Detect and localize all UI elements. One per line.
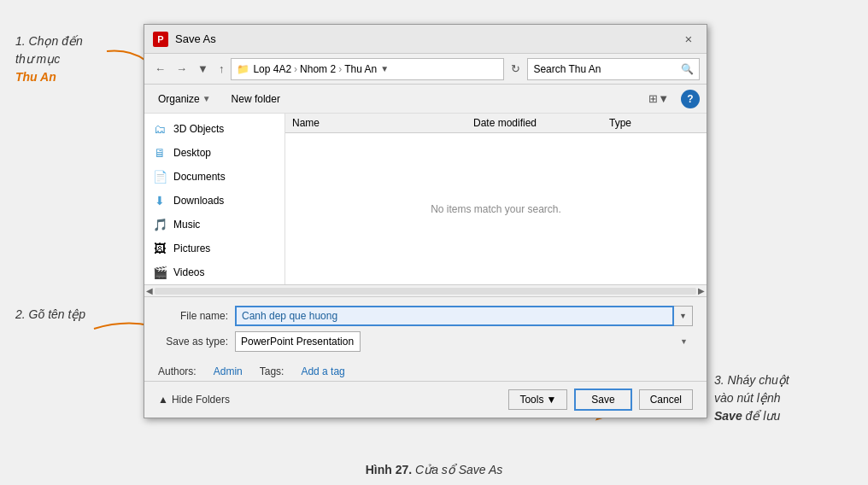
dialog-title: Save As [175, 32, 679, 45]
save-type-select[interactable]: PowerPoint Presentation [235, 331, 361, 352]
cancel-button[interactable]: Cancel [639, 389, 693, 410]
annotation-2: 2. Gõ tên tệp [15, 306, 85, 324]
annotation-1-highlight: Thu An [15, 70, 56, 84]
col-name-header: Name [292, 117, 473, 129]
authors-value[interactable]: Admin [214, 365, 243, 377]
annotation-1-line2: thư mục [15, 52, 60, 66]
sidebar-item-desktop[interactable]: 🖥 Desktop [144, 141, 284, 165]
save-button[interactable]: Save [574, 389, 631, 411]
annotation-1: 1. Chọn đến thư mục Thu An [15, 32, 83, 86]
save-type-label: Save as type: [158, 336, 235, 348]
meta-row: Authors: Admin Tags: Add a tag [144, 362, 707, 381]
videos-icon: 🎬 [151, 264, 168, 281]
forward-button[interactable]: → [173, 61, 191, 77]
empty-message: No items match your search. [431, 203, 561, 215]
view-button[interactable]: ⊞▼ [643, 90, 674, 108]
breadcrumb-part3: Thu An [344, 63, 377, 75]
organize-button[interactable]: Organize ▼ [151, 91, 218, 108]
breadcrumb-dropdown[interactable]: ▼ [380, 64, 389, 73]
file-name-input[interactable] [235, 306, 674, 326]
sidebar-item-pictures[interactable]: 🖼 Pictures [144, 237, 284, 260]
search-box[interactable]: 🔍 [527, 58, 700, 80]
tags-value[interactable]: Add a tag [301, 365, 344, 377]
h-scrollbar[interactable]: ◀ ▶ [144, 284, 707, 296]
tags-label: Tags: [260, 365, 284, 377]
form-area: File name: ▼ Save as type: PowerPoint Pr… [144, 296, 707, 362]
sidebar-item-label: Downloads [173, 195, 224, 207]
bottom-bar: ▲ Hide Folders Tools ▼ Save Cancel [144, 381, 707, 418]
hide-folders-label: Hide Folders [172, 394, 230, 406]
sidebar-item-label: Pictures [173, 242, 210, 254]
annotation-3-line3: để lưu [746, 409, 781, 423]
file-name-row: File name: ▼ [158, 306, 693, 326]
folder-icon: ⬇ [151, 192, 168, 209]
refresh-button[interactable]: ↻ [507, 61, 524, 77]
save-type-wrapper: PowerPoint Presentation [235, 331, 693, 352]
toolbar: Organize ▼ New folder ⊞▼ ? [144, 85, 707, 114]
annotation-3-line2: vào nút lệnh [714, 391, 781, 405]
sidebar-item-label: 3D Objects [173, 123, 224, 135]
up-button[interactable]: ↑ [215, 61, 228, 77]
sidebar: 🗂 3D Objects 🖥 Desktop 📄 Documents ⬇ Dow… [144, 114, 285, 284]
sidebar-item-label: Documents [173, 171, 226, 183]
caption: Hình 27. Cửa sổ Save As [0, 463, 868, 476]
title-bar: P Save As × [144, 25, 707, 54]
hide-folders-arrow: ▲ [158, 394, 168, 406]
annotation-3-line1: 3. Nháy chuột [714, 373, 789, 387]
recent-locations-button[interactable]: ▼ [194, 61, 212, 77]
sidebar-item-documents[interactable]: 📄 Documents [144, 165, 284, 189]
tools-label: Tools [519, 394, 543, 406]
caption-text: Cửa sổ Save As [415, 463, 502, 476]
file-name-dropdown[interactable]: ▼ [674, 306, 693, 326]
sidebar-item-downloads[interactable]: ⬇ Downloads [144, 189, 284, 213]
h-scroll-right[interactable]: ▶ [698, 286, 705, 295]
search-icon: 🔍 [681, 63, 694, 75]
app-icon: P [153, 32, 168, 47]
tools-button[interactable]: Tools ▼ [508, 389, 567, 410]
sidebar-item-label: Videos [173, 266, 204, 278]
organize-dropdown-icon: ▼ [202, 94, 211, 103]
folder-icon: 🗂 [151, 120, 168, 137]
pictures-icon: 🖼 [151, 240, 168, 257]
new-folder-button[interactable]: New folder [225, 91, 287, 108]
file-list: Name Date modified Type No items match y… [285, 114, 707, 284]
sidebar-item-label: Desktop [173, 147, 211, 159]
file-list-header: Name Date modified Type [285, 114, 707, 133]
back-button[interactable]: ← [151, 61, 169, 77]
music-icon: 🎵 [151, 216, 168, 233]
sidebar-item-label: Music [173, 219, 200, 231]
tools-dropdown-icon: ▼ [546, 394, 556, 406]
sidebar-item-3dobjects[interactable]: 🗂 3D Objects [144, 117, 284, 141]
annotation-3: 3. Nháy chuột vào nút lệnh Save để lưu [714, 371, 851, 425]
breadcrumb-part2: Nhom 2 [300, 63, 336, 75]
sidebar-item-music[interactable]: 🎵 Music [144, 213, 284, 237]
col-type-header: Type [609, 117, 700, 129]
folder-icon: 🖥 [151, 144, 168, 161]
annotation-2-text: 2. Gõ tên tệp [15, 307, 85, 321]
hide-folders-button[interactable]: ▲ Hide Folders [158, 394, 230, 406]
bottom-right: Tools ▼ Save Cancel [508, 389, 693, 411]
sidebar-item-videos[interactable]: 🎬 Videos [144, 260, 284, 284]
breadcrumb-part1: Lop 4A2 [253, 63, 291, 75]
annotation-1-line1: 1. Chọn đến [15, 34, 83, 48]
file-list-body: No items match your search. [285, 133, 707, 284]
save-as-dialog: P Save As × ← → ▼ ↑ 📁 Lop 4A2 › Nhom 2 ›… [144, 24, 707, 418]
search-input[interactable] [533, 63, 681, 75]
close-button[interactable]: × [679, 30, 698, 49]
authors-label: Authors: [158, 365, 196, 377]
annotation-3-highlight: Save [714, 409, 742, 423]
breadcrumb[interactable]: 📁 Lop 4A2 › Nhom 2 › Thu An ▼ [231, 58, 504, 80]
help-button[interactable]: ? [681, 90, 700, 108]
save-type-row: Save as type: PowerPoint Presentation [158, 331, 693, 352]
h-scroll-track[interactable] [155, 288, 696, 295]
caption-prefix: Hình 27. [366, 463, 412, 476]
h-scroll-left[interactable]: ◀ [146, 286, 153, 295]
folder-icon: 📄 [151, 168, 168, 185]
content-area: 🗂 3D Objects 🖥 Desktop 📄 Documents ⬇ Dow… [144, 114, 707, 284]
col-date-header: Date modified [473, 117, 609, 129]
file-name-label: File name: [158, 310, 235, 322]
address-bar: ← → ▼ ↑ 📁 Lop 4A2 › Nhom 2 › Thu An ▼ ↻ … [144, 54, 707, 85]
